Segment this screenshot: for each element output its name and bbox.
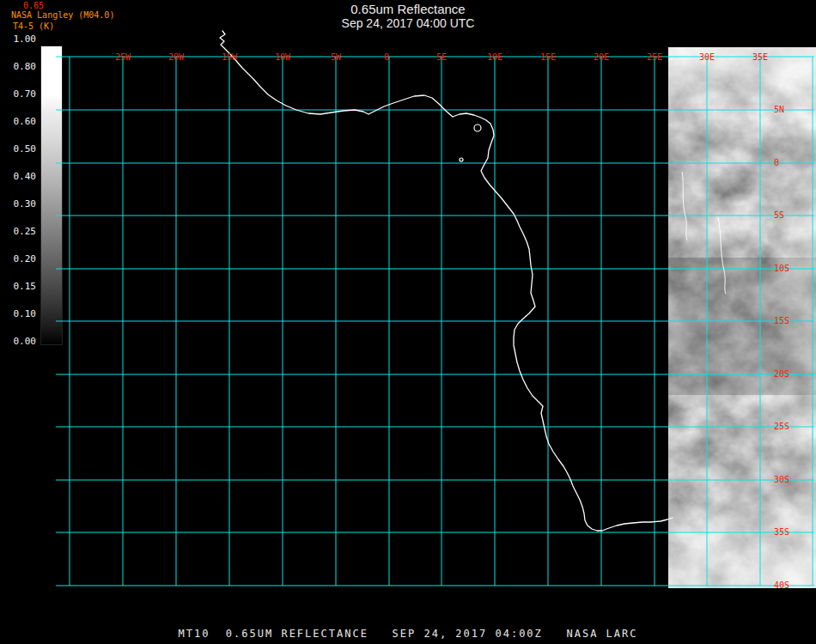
latitude-label: 35S	[774, 527, 789, 537]
latitude-label: 40S	[774, 580, 789, 590]
satellite-strip	[668, 47, 816, 588]
longitude-label: 20E	[594, 52, 609, 62]
longitude-label: 10E	[487, 52, 502, 62]
latitude-label: 15S	[774, 316, 789, 325]
longitude-label: 5E	[436, 52, 447, 62]
longitude-label: 25W	[115, 52, 131, 62]
latitude-label: 5N	[774, 105, 784, 114]
latitude-label: 0	[774, 158, 779, 167]
island-outline	[460, 158, 463, 161]
longitude-label: 35E	[752, 52, 768, 62]
coastline	[220, 31, 673, 531]
satellite-image-viewer: 0.65um Reflectance Sep 24, 2017 04:00 UT…	[0, 0, 816, 644]
footer-caption: MT10 0.65UM REFLECTANCE SEP 24, 2017 04:…	[0, 628, 816, 640]
latitude-label: 25S	[774, 422, 789, 431]
longitude-label: 30E	[699, 52, 715, 62]
map-plot: 25W20W15W10W5W05E10E15E20E25E30E35E5N05S…	[0, 0, 816, 644]
latitude-label: 20S	[774, 369, 789, 379]
longitude-label: 25E	[647, 52, 662, 62]
longitude-label: 10W	[275, 52, 291, 62]
latitude-label: 5S	[774, 210, 784, 220]
longitude-label: 0	[384, 52, 389, 62]
latitude-label: 30S	[774, 475, 789, 484]
island-outline	[474, 125, 481, 131]
longitude-label: 15E	[540, 52, 556, 62]
longitude-label: 15W	[222, 52, 238, 62]
latitude-label: 10S	[774, 264, 789, 273]
longitude-label: 5W	[331, 52, 342, 62]
longitude-label: 20W	[168, 52, 185, 62]
